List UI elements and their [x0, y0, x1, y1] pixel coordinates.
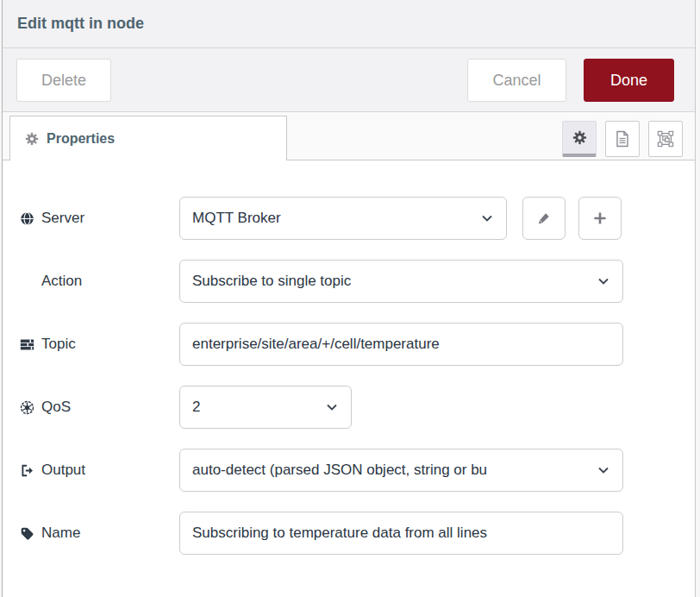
server-row: Server MQTT Broker — [20, 197, 695, 240]
chevron-down-icon — [325, 400, 339, 414]
pencil-icon — [537, 211, 551, 225]
output-label-text: Output — [41, 462, 85, 479]
server-select-value: MQTT Broker — [192, 210, 281, 227]
output-select[interactable]: auto-detect (parsed JSON object, string … — [179, 449, 623, 492]
cancel-button[interactable]: Cancel — [467, 59, 566, 102]
sign-out-icon — [20, 463, 34, 478]
tab-properties[interactable]: Properties — [9, 116, 287, 160]
chevron-down-icon — [597, 274, 610, 288]
tab-bar: Properties — [3, 112, 695, 160]
name-label: Name — [20, 525, 179, 542]
tab-properties-label: Properties — [47, 131, 115, 147]
action-select[interactable]: Subscribe to single topic — [179, 260, 623, 303]
tag-icon — [20, 526, 34, 541]
description-section-button[interactable] — [605, 121, 640, 157]
server-select[interactable]: MQTT Broker — [179, 197, 507, 240]
empire-circle-icon — [20, 400, 34, 415]
qos-row: QoS 2 — [20, 386, 695, 429]
action-select-value: Subscribe to single topic — [192, 273, 351, 290]
gear-icon — [25, 132, 39, 146]
tray-header: Edit mqtt in node — [3, 0, 695, 48]
topic-label: Topic — [20, 336, 179, 353]
topic-input[interactable] — [179, 323, 623, 366]
edit-server-button[interactable] — [522, 197, 566, 240]
output-row: Output auto-detect (parsed JSON object, … — [20, 449, 695, 492]
action-row: Action Subscribe to single topic — [20, 260, 695, 303]
action-label: Action — [20, 273, 179, 290]
plus-icon — [593, 211, 607, 225]
gear-icon — [572, 130, 587, 145]
qos-label-text: QoS — [41, 399, 71, 416]
output-select-value: auto-detect (parsed JSON object, string … — [192, 462, 487, 479]
qos-select-value: 2 — [192, 399, 200, 416]
name-label-text: Name — [41, 525, 80, 542]
qos-select[interactable]: 2 — [179, 386, 352, 429]
action-label-text: Action — [41, 273, 82, 290]
dialog-title: Edit mqtt in node — [17, 15, 144, 33]
appearance-section-button[interactable] — [648, 121, 683, 157]
properties-form: Server MQTT Broker — [3, 160, 695, 597]
tray-toolbar: Delete Cancel Done — [3, 48, 695, 112]
file-lines-icon — [615, 130, 630, 148]
chevron-down-icon — [480, 211, 494, 225]
qos-label: QoS — [20, 399, 179, 416]
topic-row: Topic — [20, 323, 695, 366]
edit-node-tray: Edit mqtt in node Delete Cancel Done — [2, 0, 696, 597]
tasks-icon — [20, 337, 34, 352]
delete-button[interactable]: Delete — [16, 59, 111, 102]
name-row: Name — [20, 512, 695, 555]
name-input[interactable] — [179, 512, 623, 555]
output-label: Output — [20, 462, 179, 479]
add-server-button[interactable] — [578, 197, 622, 240]
chevron-down-icon — [597, 463, 610, 477]
properties-section-button[interactable] — [562, 121, 597, 157]
topic-label-text: Topic — [41, 336, 76, 353]
server-label-text: Server — [41, 210, 84, 227]
server-label: Server — [20, 210, 179, 227]
selection-frame-icon — [657, 130, 674, 148]
globe-icon — [20, 211, 34, 226]
done-button[interactable]: Done — [584, 59, 674, 102]
